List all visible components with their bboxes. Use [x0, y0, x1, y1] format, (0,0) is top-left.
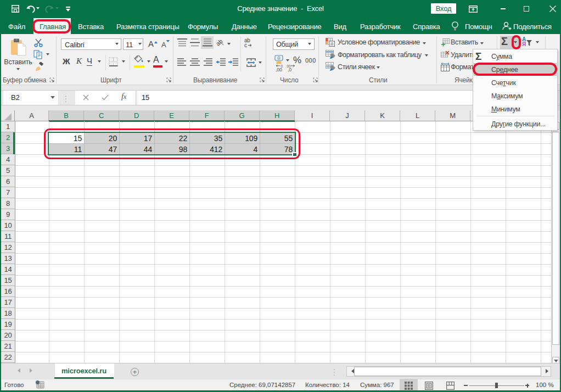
svg-text:,0: ,0 [288, 67, 291, 72]
svg-text:c: c [244, 42, 247, 48]
svg-text:,00: ,00 [276, 67, 282, 72]
svg-text:ab: ab [216, 38, 224, 47]
